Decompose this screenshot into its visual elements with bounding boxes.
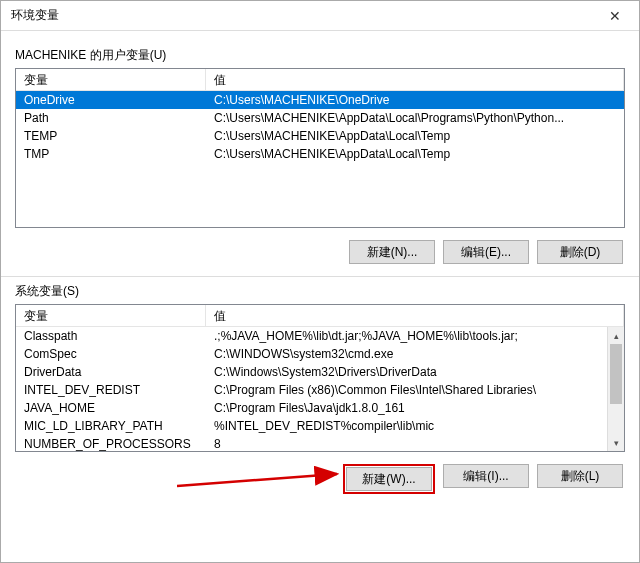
svg-line-0 <box>177 474 337 486</box>
system-delete-button[interactable]: 删除(L) <box>537 464 623 488</box>
content: MACHENIKE 的用户变量(U) 变量 值 OneDriveC:\Users… <box>1 31 639 562</box>
cell-value: C:\Program Files (x86)\Common Files\Inte… <box>206 381 624 399</box>
table-row[interactable]: TMPC:\Users\MACHENIKE\AppData\Local\Temp <box>16 145 624 163</box>
cell-name: OneDrive <box>16 91 206 109</box>
column-header-name[interactable]: 变量 <box>16 305 206 326</box>
system-new-button[interactable]: 新建(W)... <box>346 467 432 491</box>
annotation-arrow-icon <box>177 462 347 492</box>
scroll-down-icon[interactable]: ▾ <box>608 434 624 451</box>
table-row[interactable]: NUMBER_OF_PROCESSORS8 <box>16 435 624 452</box>
system-variables-label: 系统变量(S) <box>15 283 625 300</box>
system-buttons: 新建(W)... 编辑(I)... 删除(L) <box>17 464 623 494</box>
cell-value: 8 <box>206 435 624 452</box>
titlebar: 环境变量 ✕ <box>1 1 639 31</box>
close-icon: ✕ <box>609 8 621 24</box>
column-header-name[interactable]: 变量 <box>16 69 206 90</box>
table-row[interactable]: TEMPC:\Users\MACHENIKE\AppData\Local\Tem… <box>16 127 624 145</box>
cell-value: %INTEL_DEV_REDIST%compiler\lib\mic <box>206 417 624 435</box>
cell-name: Classpath <box>16 327 206 345</box>
list-rows: Classpath.;%JAVA_HOME%\lib\dt.jar;%JAVA_… <box>16 327 624 452</box>
cell-name: DriverData <box>16 363 206 381</box>
cell-value: C:\Users\MACHENIKE\AppData\Local\Temp <box>206 127 624 145</box>
table-row[interactable]: Classpath.;%JAVA_HOME%\lib\dt.jar;%JAVA_… <box>16 327 624 345</box>
column-header-value[interactable]: 值 <box>206 69 624 90</box>
cell-name: JAVA_HOME <box>16 399 206 417</box>
system-variables-list[interactable]: 变量 值 Classpath.;%JAVA_HOME%\lib\dt.jar;%… <box>15 304 625 452</box>
table-row[interactable]: MIC_LD_LIBRARY_PATH%INTEL_DEV_REDIST%com… <box>16 417 624 435</box>
cell-name: TMP <box>16 145 206 163</box>
table-row[interactable]: DriverDataC:\Windows\System32\Drivers\Dr… <box>16 363 624 381</box>
highlight-annotation: 新建(W)... <box>343 464 435 494</box>
cell-value: .;%JAVA_HOME%\lib\dt.jar;%JAVA_HOME%\lib… <box>206 327 624 345</box>
table-row[interactable]: INTEL_DEV_REDISTC:\Program Files (x86)\C… <box>16 381 624 399</box>
list-header: 变量 值 <box>16 69 624 91</box>
cell-name: MIC_LD_LIBRARY_PATH <box>16 417 206 435</box>
table-row[interactable]: PathC:\Users\MACHENIKE\AppData\Local\Pro… <box>16 109 624 127</box>
list-header: 变量 值 <box>16 305 624 327</box>
env-vars-dialog: 环境变量 ✕ MACHENIKE 的用户变量(U) 变量 值 OneDriveC… <box>0 0 640 563</box>
table-row[interactable]: JAVA_HOMEC:\Program Files\Java\jdk1.8.0_… <box>16 399 624 417</box>
cell-value: C:\Users\MACHENIKE\AppData\Local\Temp <box>206 145 624 163</box>
user-variables-list[interactable]: 变量 值 OneDriveC:\Users\MACHENIKE\OneDrive… <box>15 68 625 228</box>
cell-name: NUMBER_OF_PROCESSORS <box>16 435 206 452</box>
system-variables-group: 系统变量(S) 变量 值 Classpath.;%JAVA_HOME%\lib\… <box>15 283 625 496</box>
system-edit-button[interactable]: 编辑(I)... <box>443 464 529 488</box>
user-variables-group: MACHENIKE 的用户变量(U) 变量 值 OneDriveC:\Users… <box>15 47 625 266</box>
scroll-up-icon[interactable]: ▴ <box>608 327 624 344</box>
cell-value: C:\Users\MACHENIKE\AppData\Local\Program… <box>206 109 624 127</box>
cell-value: C:\Users\MACHENIKE\OneDrive <box>206 91 624 109</box>
cell-name: ComSpec <box>16 345 206 363</box>
list-rows: OneDriveC:\Users\MACHENIKE\OneDrivePathC… <box>16 91 624 163</box>
close-button[interactable]: ✕ <box>595 2 635 30</box>
scroll-thumb[interactable] <box>610 344 622 404</box>
cell-name: Path <box>16 109 206 127</box>
window-title: 环境变量 <box>11 7 595 24</box>
cell-value: C:\Program Files\Java\jdk1.8.0_161 <box>206 399 624 417</box>
cell-name: TEMP <box>16 127 206 145</box>
user-variables-label: MACHENIKE 的用户变量(U) <box>15 47 625 64</box>
separator <box>1 276 639 277</box>
user-buttons: 新建(N)... 编辑(E)... 删除(D) <box>17 240 623 264</box>
table-row[interactable]: OneDriveC:\Users\MACHENIKE\OneDrive <box>16 91 624 109</box>
cell-value: C:\WINDOWS\system32\cmd.exe <box>206 345 624 363</box>
cell-value: C:\Windows\System32\Drivers\DriverData <box>206 363 624 381</box>
user-edit-button[interactable]: 编辑(E)... <box>443 240 529 264</box>
user-new-button[interactable]: 新建(N)... <box>349 240 435 264</box>
column-header-value[interactable]: 值 <box>206 305 624 326</box>
table-row[interactable]: ComSpecC:\WINDOWS\system32\cmd.exe <box>16 345 624 363</box>
cell-name: INTEL_DEV_REDIST <box>16 381 206 399</box>
scrollbar[interactable]: ▴ ▾ <box>607 327 624 451</box>
user-delete-button[interactable]: 删除(D) <box>537 240 623 264</box>
